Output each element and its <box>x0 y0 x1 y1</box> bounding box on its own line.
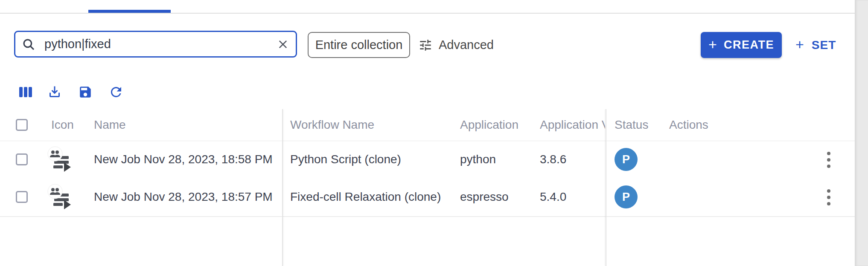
row-checkbox[interactable] <box>16 141 28 178</box>
row-checkbox[interactable] <box>16 179 28 215</box>
kebab-menu-icon[interactable] <box>819 147 838 173</box>
kebab-menu-icon[interactable] <box>819 185 838 210</box>
vertical-scrollbar[interactable] <box>855 0 868 266</box>
status-badge: P <box>615 179 638 215</box>
column-header-name[interactable]: Name <box>94 109 126 141</box>
tune-sliders-icon <box>418 38 433 52</box>
column-header-application[interactable]: Application <box>460 109 518 141</box>
plus-icon: + <box>795 37 804 52</box>
application-name: python <box>460 141 496 178</box>
plus-icon: + <box>708 37 717 52</box>
column-header-application-version[interactable]: Application Version <box>540 109 605 141</box>
column-header-actions[interactable]: Actions <box>669 109 708 141</box>
advanced-label: Advanced <box>439 38 494 52</box>
job-name: New Job Nov 28, 2023, 18:58 PM <box>94 141 273 178</box>
table-row[interactable]: New Job Nov 28, 2023, 18:57 PM Fixed-cel… <box>0 179 855 217</box>
workflow-with-group-badge-and-play-icon <box>47 179 73 215</box>
columns-icon[interactable] <box>17 84 34 101</box>
column-header-status[interactable]: Status <box>615 109 648 141</box>
set-button-label: SET <box>812 38 836 52</box>
status-badge: P <box>615 141 638 178</box>
collection-scope-button[interactable]: Entire collection <box>308 32 410 58</box>
select-all-checkbox[interactable] <box>16 109 28 141</box>
refresh-icon[interactable] <box>108 84 125 101</box>
application-version: 5.4.0 <box>540 179 566 215</box>
search-input[interactable] <box>44 37 277 52</box>
workflow-with-group-badge-and-play-icon <box>47 141 73 178</box>
tabs-divider <box>0 13 868 14</box>
create-button[interactable]: + CREATE <box>701 32 782 58</box>
table-row[interactable]: New Job Nov 28, 2023, 18:58 PM Python Sc… <box>0 141 855 179</box>
column-header-workflow-name[interactable]: Workflow Name <box>290 109 374 141</box>
advanced-filters-button[interactable]: Advanced <box>418 32 494 58</box>
create-button-label: CREATE <box>724 38 774 52</box>
download-icon[interactable] <box>46 84 63 101</box>
application-version: 3.8.6 <box>540 141 566 178</box>
page: Entire collection Advanced + CREATE + SE… <box>0 0 868 266</box>
pinned-left-column-divider <box>282 109 283 266</box>
table-header-row: Icon Name Workflow Name Application Appl… <box>0 109 855 142</box>
job-name: New Job Nov 28, 2023, 18:57 PM <box>94 179 273 215</box>
magnifier-icon <box>21 37 36 52</box>
set-button[interactable]: + SET <box>793 32 839 58</box>
search-box <box>14 31 297 58</box>
pinned-right-column-divider <box>606 109 606 266</box>
application-name: espresso <box>460 179 509 215</box>
clear-search-icon[interactable] <box>277 38 289 50</box>
workflow-name: Fixed-cell Relaxation (clone) <box>290 179 441 215</box>
column-header-icon[interactable]: Icon <box>51 109 74 141</box>
save-icon[interactable] <box>77 84 94 101</box>
workflow-name: Python Script (clone) <box>290 141 401 178</box>
